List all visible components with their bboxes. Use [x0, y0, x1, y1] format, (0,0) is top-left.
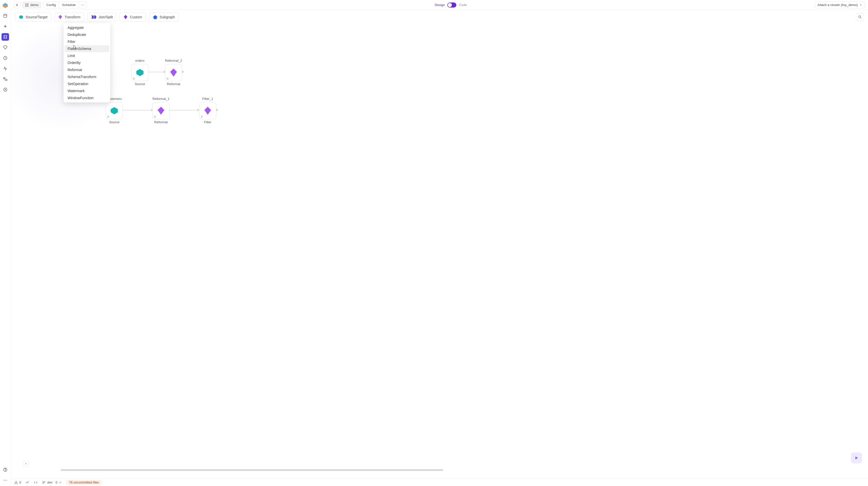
mode-design-label[interactable]: Design — [435, 3, 445, 7]
uncommitted-files-pill[interactable]: 78 uncommitted files — [66, 480, 101, 485]
node-filter-1[interactable]: Filter_1 0 Filter — [199, 97, 216, 124]
svg-point-17 — [28, 3, 28, 4]
run-pipeline-button[interactable] — [851, 452, 862, 463]
gem-join-split-button[interactable]: Join/Split — [87, 13, 117, 21]
connector — [123, 110, 152, 110]
port-arrow-icon — [182, 70, 184, 73]
transform-menu-item[interactable]: Watermark — [65, 87, 109, 94]
svg-point-36 — [43, 483, 43, 484]
svg-point-14 — [5, 480, 5, 481]
git-branch-icon — [42, 481, 46, 484]
svg-point-22 — [83, 5, 84, 5]
node-count: 0 — [107, 115, 109, 118]
node-count: 0 — [167, 77, 168, 80]
svg-point-20 — [82, 5, 82, 5]
attach-cluster-label: Attach a cluster (livy_demo) — [817, 3, 858, 7]
svg-point-18 — [26, 5, 26, 6]
transform-menu-item[interactable]: SetOperation — [65, 80, 109, 87]
rail-item-pipeline-icon[interactable] — [1, 33, 9, 41]
node-reformat-2[interactable]: Reformat_2 0 Reformat — [165, 59, 182, 86]
svg-point-19 — [28, 5, 28, 6]
rail-item-more-icon[interactable] — [1, 477, 9, 484]
gem-custom-button[interactable]: Custom — [120, 12, 146, 22]
svg-marker-23 — [19, 15, 23, 19]
node-subtitle: Reformat — [154, 120, 167, 124]
svg-point-4 — [6, 35, 7, 36]
transform-menu-item[interactable]: OrderBy — [65, 59, 109, 66]
gem-subgraph-button[interactable]: Subgraph — [149, 12, 179, 22]
transform-menu-item[interactable]: Filter — [65, 38, 109, 45]
transform-dropdown: AggregateDeduplicateFilterFlattenSchemaL… — [64, 23, 110, 102]
chevron-down-icon — [859, 3, 862, 6]
design-code-toggle[interactable] — [447, 2, 456, 7]
behind-count: 0 — [56, 481, 57, 484]
transform-menu-item[interactable]: Deduplicate — [65, 31, 109, 38]
gem-source-target-button[interactable]: Source/Target — [15, 12, 51, 22]
svg-marker-27 — [124, 15, 127, 19]
mode-code-label[interactable]: Code — [459, 3, 467, 7]
tab-more-button[interactable] — [79, 2, 86, 8]
svg-point-37 — [45, 481, 45, 482]
rail-item-dataset-icon[interactable] — [1, 12, 9, 20]
top-bar: demo Config Schedule Design Code Attach … — [11, 0, 868, 10]
node-subtitle: Reformat — [167, 82, 180, 86]
status-errors[interactable]: 0 — [14, 481, 21, 484]
connector — [169, 110, 199, 110]
status-bar: 0 dev 0 78 uncommitted files — [11, 479, 868, 486]
transform-menu-item[interactable]: SchemaTransform — [65, 73, 109, 80]
tab-schedule[interactable]: Schedule — [59, 2, 79, 8]
hexagon-icon — [19, 14, 24, 20]
rail-item-add-icon[interactable] — [1, 23, 9, 30]
svg-point-15 — [6, 480, 7, 481]
connector — [149, 72, 165, 72]
transform-menu-item[interactable]: Aggregate — [65, 24, 109, 31]
transform-menu-item[interactable]: Reformat — [65, 66, 109, 73]
error-count: 0 — [19, 481, 21, 484]
scrollbar-thumb[interactable] — [61, 469, 443, 471]
svg-marker-33 — [158, 107, 164, 115]
node-reformat-1[interactable]: Reformat_1 0 Reformat — [152, 97, 169, 124]
node-title: Filter_1 — [202, 97, 213, 101]
node-title: orders — [135, 59, 145, 63]
expand-sidebar-button[interactable] — [14, 2, 20, 8]
gem-join-split-label: Join/Split — [98, 15, 113, 19]
status-branch[interactable]: dev 0 — [42, 481, 62, 484]
rail-item-history-icon[interactable] — [1, 54, 9, 62]
svg-rect-9 — [6, 79, 7, 80]
rail-item-gem-icon[interactable] — [1, 44, 9, 51]
canvas-scrollbar[interactable] — [61, 469, 858, 471]
node-orders[interactable]: orders 0 Source — [131, 59, 149, 86]
sparkline-icon — [26, 481, 29, 484]
gem-transform-button[interactable]: Transform — [54, 12, 84, 22]
transform-menu-item[interactable]: WindowFunction — [65, 94, 109, 101]
canvas-search-button[interactable] — [856, 13, 864, 21]
app-logo-icon[interactable] — [2, 2, 9, 9]
rail-item-download-icon[interactable] — [1, 86, 9, 93]
svg-marker-25 — [91, 15, 94, 19]
svg-point-13 — [4, 480, 4, 481]
pipeline-canvas[interactable]: orders 0 Source Reformat_2 0 Reformat — [11, 24, 868, 479]
svg-point-5 — [4, 38, 4, 38]
rail-item-activity-icon[interactable] — [1, 65, 9, 72]
node-subtitle: Source — [135, 82, 145, 86]
rail-item-help-icon[interactable] — [1, 466, 9, 474]
chevron-pair-icon — [91, 15, 96, 19]
status-code[interactable] — [34, 481, 38, 484]
attach-cluster-button[interactable]: Attach a cluster (livy_demo) — [815, 1, 865, 8]
status-metrics[interactable] — [26, 481, 29, 484]
rail-item-compare-icon[interactable] — [1, 75, 9, 83]
svg-point-2 — [4, 14, 7, 15]
svg-marker-34 — [205, 107, 211, 115]
node-title: Reformat_1 — [152, 97, 169, 101]
pipeline-name-chip[interactable]: demo — [22, 1, 41, 8]
svg-marker-30 — [136, 69, 144, 76]
tab-config[interactable]: Config — [43, 2, 59, 8]
transform-menu-item[interactable]: Limit — [65, 52, 109, 59]
chevron-down-icon — [24, 462, 27, 465]
canvas-expand-button[interactable] — [23, 461, 29, 467]
svg-point-3 — [4, 35, 4, 36]
port-arrow-icon — [216, 108, 218, 111]
warning-icon — [14, 481, 18, 484]
diamond-icon — [58, 14, 63, 20]
transform-menu-item[interactable]: FlattenSchema — [65, 45, 109, 52]
